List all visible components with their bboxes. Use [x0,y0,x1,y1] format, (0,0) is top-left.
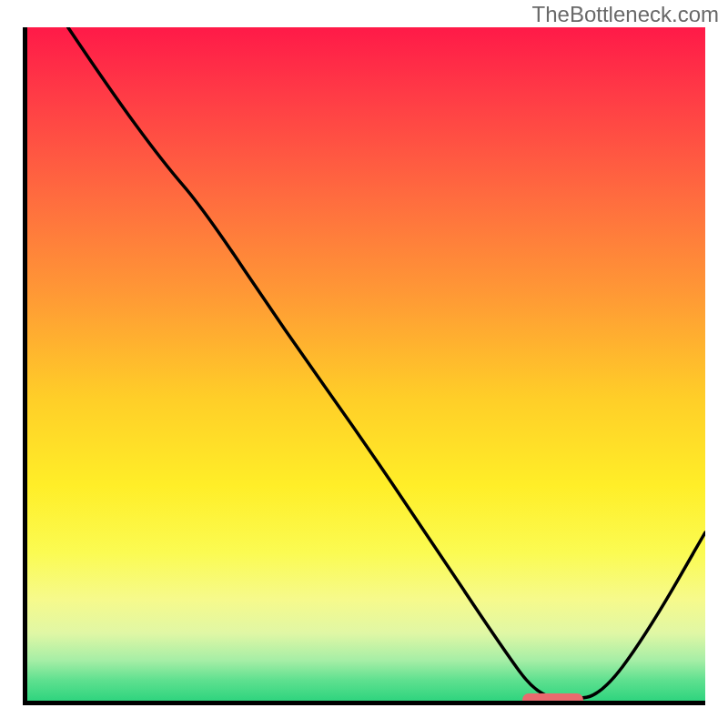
optimum-marker [522,693,583,705]
bottleneck-curve [27,27,705,701]
plot-area [23,27,705,705]
chart-container: TheBottleneck.com [0,0,728,728]
watermark-text: TheBottleneck.com [532,2,719,27]
